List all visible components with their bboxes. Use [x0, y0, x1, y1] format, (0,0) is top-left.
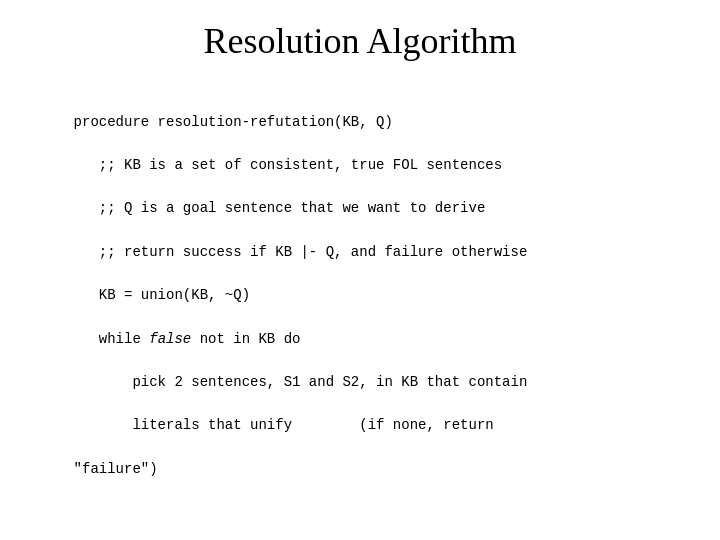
page-title: Resolution Algorithm: [40, 20, 680, 62]
code-line-1: procedure resolution-refutation(KB, Q): [74, 114, 393, 130]
code-line-6-italic: false: [149, 331, 191, 347]
code-line-5: KB = union(KB, ~Q): [74, 287, 250, 303]
code-line-4: ;; return success if KB |- Q, and failur…: [74, 244, 528, 260]
code-line-8: literals that unify (if none, return: [74, 417, 494, 433]
code-block: procedure resolution-refutation(KB, Q) ;…: [40, 90, 680, 540]
code-line-6-pre: while: [74, 331, 150, 347]
code-line-6: while false not in KB do: [74, 331, 301, 347]
code-line-6-post: not in KB do: [191, 331, 300, 347]
code-line-7: pick 2 sentences, S1 and S2, in KB that …: [74, 374, 528, 390]
code-line-3: ;; Q is a goal sentence that we want to …: [74, 200, 486, 216]
page-container: Resolution Algorithm procedure resolutio…: [0, 0, 720, 540]
code-line-2: ;; KB is a set of consistent, true FOL s…: [74, 157, 502, 173]
code-line-9: "failure"): [74, 461, 158, 477]
